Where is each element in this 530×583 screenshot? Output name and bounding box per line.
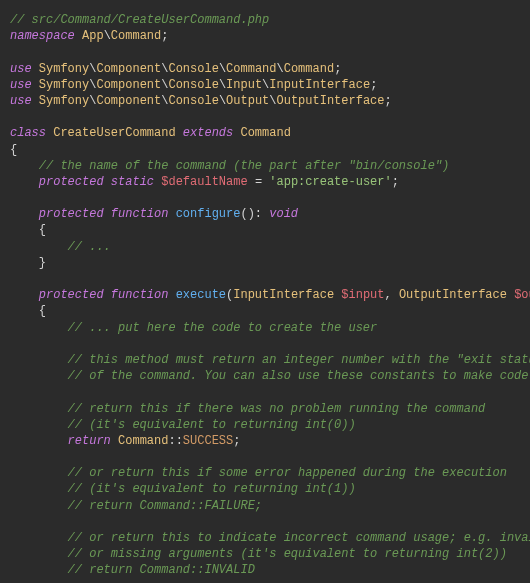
keyword-protected: protected — [39, 288, 104, 302]
comment-line: // the name of the command (the part aft… — [39, 159, 449, 173]
param-type: OutputInterface — [399, 288, 507, 302]
use-path: Console — [168, 78, 218, 92]
comment-line: // return Command::INVALID — [68, 563, 255, 577]
comment-line: // (it's equivalent to returning int(0)) — [68, 418, 356, 432]
variable: $defaultName — [161, 175, 247, 189]
string-literal: 'app:create-user' — [269, 175, 391, 189]
comment-line: // this method must return an integer nu… — [68, 353, 530, 367]
keyword-return: return — [68, 434, 111, 448]
namespace-path: App — [82, 29, 104, 43]
comment-line: // (it's equivalent to returning int(1)) — [68, 482, 356, 496]
param-var: $input — [341, 288, 384, 302]
comment-line: // of the command. You can also use thes… — [68, 369, 530, 383]
use-path: Component — [96, 62, 161, 76]
class-ref: Command — [118, 434, 168, 448]
use-path: Component — [96, 78, 161, 92]
namespace-path: Command — [111, 29, 161, 43]
function-name: execute — [176, 288, 226, 302]
keyword-use: use — [10, 62, 32, 76]
return-type: void — [269, 207, 298, 221]
use-path: Input — [226, 78, 262, 92]
use-path: Symfony — [39, 94, 89, 108]
comment-line: // src/Command/CreateUserCommand.php — [10, 13, 269, 27]
keyword-protected: protected — [39, 207, 104, 221]
keyword-function: function — [111, 288, 169, 302]
comment-line: // return Command::FAILURE; — [68, 499, 262, 513]
constant: SUCCESS — [183, 434, 233, 448]
use-path: Console — [168, 94, 218, 108]
keyword-static: static — [111, 175, 154, 189]
use-path: Component — [96, 94, 161, 108]
function-name: configure — [176, 207, 241, 221]
keyword-use: use — [10, 78, 32, 92]
use-path: Console — [168, 62, 218, 76]
use-path: Command — [226, 62, 276, 76]
comment-line: // ... put here the code to create the u… — [68, 321, 378, 335]
comment-line: // or missing arguments (it's equivalent… — [68, 547, 507, 561]
class-name: Command — [240, 126, 290, 140]
comment-line: // return this if there was no problem r… — [68, 402, 486, 416]
use-path: Output — [226, 94, 269, 108]
php-source-code: // src/Command/CreateUserCommand.php nam… — [0, 0, 530, 583]
param-type: InputInterface — [233, 288, 334, 302]
use-path: Symfony — [39, 78, 89, 92]
keyword-function: function — [111, 207, 169, 221]
comment-line: // ... — [68, 240, 111, 254]
use-path: OutputInterface — [277, 94, 385, 108]
class-name: CreateUserCommand — [53, 126, 175, 140]
keyword-protected: protected — [39, 175, 104, 189]
keyword-extends: extends — [183, 126, 233, 140]
use-path: InputInterface — [269, 78, 370, 92]
use-path: Command — [284, 62, 334, 76]
comment-line: // or return this to indicate incorrect … — [68, 531, 530, 545]
keyword-namespace: namespace — [10, 29, 75, 43]
keyword-class: class — [10, 126, 46, 140]
keyword-use: use — [10, 94, 32, 108]
param-var: $output — [514, 288, 530, 302]
use-path: Symfony — [39, 62, 89, 76]
comment-line: // or return this if some error happened… — [68, 466, 507, 480]
